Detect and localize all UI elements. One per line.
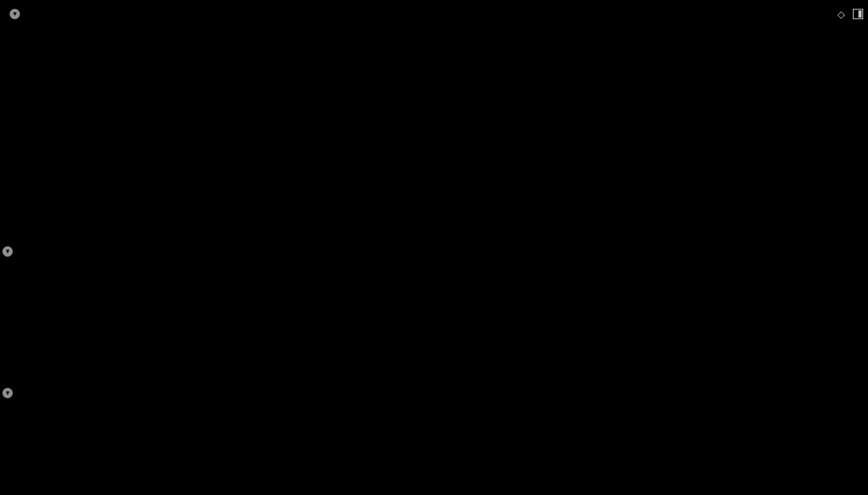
volume-panel-header: ▾ [2, 245, 34, 257]
chevron-down-icon[interactable]: ▾ [2, 246, 13, 257]
main-chart-header: ▾ [2, 7, 27, 20]
fund-panel-header: ▾ [2, 386, 20, 399]
chevron-down-icon[interactable]: ▾ [10, 9, 20, 19]
window-corner-icons: ◇ [838, 9, 863, 19]
window-split-icon[interactable] [853, 9, 863, 19]
chevron-down-icon[interactable]: ▾ [2, 388, 13, 398]
trading-app-window: ▾ ◇ ▾ ▾ [0, 0, 868, 495]
diamond-icon[interactable]: ◇ [838, 10, 845, 19]
chart-canvas[interactable] [0, 0, 868, 495]
